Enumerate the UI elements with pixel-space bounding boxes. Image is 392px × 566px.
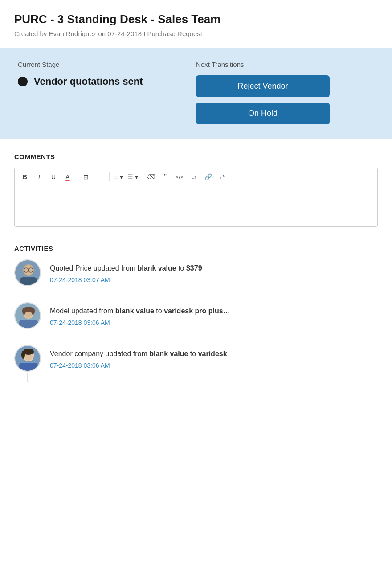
activities-section: ACTIVITIES <box>0 238 392 397</box>
toolbar-divider-2 <box>109 172 110 181</box>
svg-point-19 <box>21 351 25 359</box>
activity-content-3: Vendor company updated from blank value … <box>50 345 378 382</box>
stage-section: Current Stage Vendor quotations sent Nex… <box>0 48 392 139</box>
activity-text-2: Model updated from blank value to varide… <box>50 306 378 316</box>
avatar <box>14 302 41 329</box>
toolbar-divider-1 <box>77 172 77 181</box>
on-hold-button[interactable]: On Hold <box>196 103 330 124</box>
comments-section: COMMENTS B I U A ⊞ ≣ ≡ ▾ ☰ ▾ ⌫ " </> ☺ 🔗… <box>0 139 392 238</box>
font-color-button[interactable]: A <box>61 171 74 183</box>
svg-rect-9 <box>19 320 38 329</box>
stage-left: Current Stage Vendor quotations sent <box>18 61 196 88</box>
comment-input[interactable] <box>15 186 377 226</box>
bold-button[interactable]: B <box>18 171 32 183</box>
toolbar-divider-3 <box>142 172 142 181</box>
align-button[interactable]: ≡ ▾ <box>112 171 125 183</box>
unlink-button[interactable]: ⇄ <box>216 171 229 183</box>
activity-timeline-line <box>27 373 28 382</box>
activity-timestamp-2: 07-24-2018 03:06 AM <box>50 319 378 326</box>
activity-text-3: Vendor company updated from blank value … <box>50 349 378 359</box>
current-stage-value: Vendor quotations sent <box>34 75 143 88</box>
reject-vendor-button[interactable]: Reject Vendor <box>196 75 330 97</box>
svg-point-12 <box>22 308 26 315</box>
page-header: PURC - 3 Standing Desk - Sales Team Crea… <box>0 0 392 46</box>
activity-avatar-col-3 <box>14 345 41 382</box>
activity-avatar-col-2 <box>14 302 41 331</box>
quote-button[interactable]: " <box>159 171 172 183</box>
stage-dot-icon <box>18 77 28 86</box>
emoji-button[interactable]: ☺ <box>187 171 200 183</box>
activity-text-1: Quoted Price updated from blank value to… <box>50 263 378 274</box>
svg-rect-2 <box>20 277 37 286</box>
code-button[interactable]: </> <box>173 171 186 183</box>
list-item: Quoted Price updated from blank value to… <box>14 259 378 302</box>
editor-toolbar: B I U A ⊞ ≣ ≡ ▾ ☰ ▾ ⌫ " </> ☺ 🔗 ⇄ <box>15 168 377 186</box>
comment-editor[interactable]: B I U A ⊞ ≣ ≡ ▾ ☰ ▾ ⌫ " </> ☺ 🔗 ⇄ <box>14 168 378 227</box>
link-button[interactable]: 🔗 <box>201 171 215 183</box>
page-subtitle: Created by Evan Rodriguez on 07-24-2018 … <box>14 30 378 37</box>
activity-timestamp-3: 07-24-2018 03:06 AM <box>50 362 378 369</box>
table-button[interactable]: ⊞ <box>79 171 93 183</box>
current-stage-label: Current Stage <box>18 61 196 68</box>
avatar <box>14 345 41 372</box>
activity-content-1: Quoted Price updated from blank value to… <box>50 259 378 288</box>
svg-point-13 <box>31 308 35 315</box>
activity-list: Quoted Price updated from blank value to… <box>14 259 378 382</box>
activity-content-2: Model updated from blank value to varide… <box>50 302 378 331</box>
strikethrough-button[interactable]: ≣ <box>94 171 107 183</box>
comments-title: COMMENTS <box>14 153 378 160</box>
activity-avatar-col-1 <box>14 259 41 288</box>
activity-timestamp-1: 07-24-2018 03:07 AM <box>50 276 378 283</box>
stage-value-row: Vendor quotations sent <box>18 75 196 88</box>
italic-button[interactable]: I <box>33 171 46 183</box>
stage-right: Next Transitions Reject Vendor On Hold <box>196 61 374 124</box>
eraser-button[interactable]: ⌫ <box>144 171 158 183</box>
list-item: Model updated from blank value to varide… <box>14 302 378 345</box>
page-title: PURC - 3 Standing Desk - Sales Team <box>14 12 378 26</box>
underline-button[interactable]: U <box>47 171 60 183</box>
next-transitions-label: Next Transitions <box>196 61 244 68</box>
list-button[interactable]: ☰ ▾ <box>126 171 139 183</box>
list-item: Vendor company updated from blank value … <box>14 345 378 382</box>
activities-title: ACTIVITIES <box>14 245 378 252</box>
avatar <box>14 259 41 286</box>
svg-rect-16 <box>19 363 38 372</box>
